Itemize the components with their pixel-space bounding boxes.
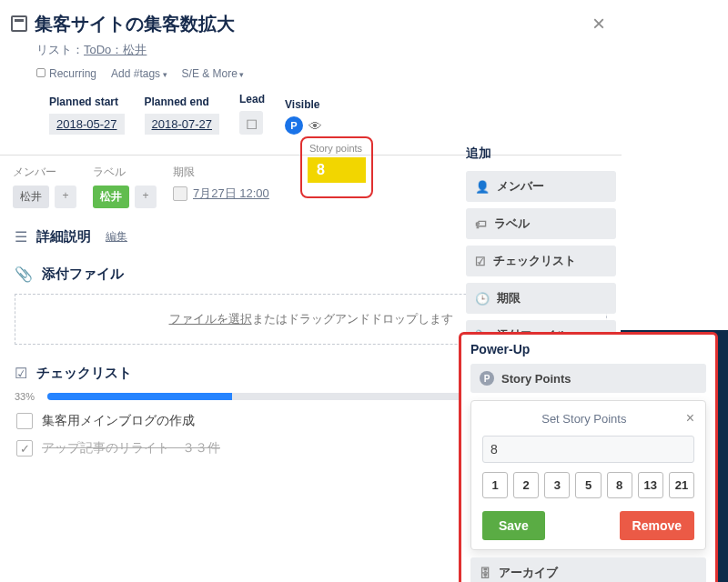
attachment-title: 添付ファイル [42,266,124,283]
card-icon [11,15,27,32]
se-more[interactable]: S/E & More [182,67,245,80]
planned-end-label: Planned end [145,95,220,108]
archive-icon: 🗄 [480,567,491,580]
sidebar: 追加 👤メンバー 🏷ラベル ☑チェックリスト 🕒期限 📎添付ファイル [466,146,616,357]
add-tags[interactable]: Add #tags [111,67,167,80]
sidebar-checklist[interactable]: ☑チェックリスト [466,246,616,276]
label-label: ラベル [93,165,157,180]
storypoints-popup: Set Story Points× 1 2 3 5 8 13 21 Save R… [470,400,706,550]
popup-close-icon[interactable]: × [686,410,694,426]
sidebar-member[interactable]: 👤メンバー [466,171,616,202]
due-label: 期限 [173,165,269,180]
checklist-title: チェックリスト [36,365,132,382]
save-button[interactable]: Save [482,511,545,540]
close-icon[interactable]: × [592,11,605,36]
label-chip[interactable]: 松井 [93,186,129,208]
edit-description[interactable]: 編集 [106,229,127,245]
check-icon: ☑ [475,255,486,268]
description-icon: ☰ [15,228,27,246]
recurring-toggle[interactable]: Recurring [36,67,96,80]
due-date[interactable]: 7月27日 12:00 [193,186,269,202]
description-title: 詳細説明 [36,228,91,246]
fib-option[interactable]: 13 [638,472,663,498]
checkbox[interactable]: ✓ [16,440,33,457]
list-link[interactable]: ToDo：松井 [84,43,147,56]
sp-label: Story points [309,143,371,154]
lead-picker[interactable]: ◻ [239,111,263,135]
add-member[interactable]: + [55,186,76,208]
fib-option[interactable]: 3 [544,472,570,498]
card-title: 集客サイトの集客数拡大 [35,12,235,36]
attachment-icon: 📎 [15,266,33,283]
visible-label: Visible [285,98,322,111]
member-chip[interactable]: 松井 [13,186,49,208]
powerup-highlight: Power-Up PStory Points Set Story Points×… [459,332,718,582]
eye-icon[interactable]: 👁 [308,118,322,134]
planned-start[interactable]: 2018-05-27 [49,114,125,135]
fib-option[interactable]: 1 [482,472,508,498]
planned-start-label: Planned start [49,95,125,108]
progress-pct: 33% [15,391,40,402]
visible-badge[interactable]: P [285,116,303,135]
storypoints-input[interactable] [482,436,694,463]
add-label[interactable]: + [135,186,157,208]
powerup-heading: Power-Up [470,342,706,356]
popup-title: Set Story Points [482,412,686,426]
sidebar-add-heading: 追加 [466,146,616,162]
planned-end[interactable]: 2018-07-27 [145,114,220,135]
story-points-highlight: Story points 8 [300,136,373,198]
tag-icon: 🏷 [475,217,487,231]
fib-option[interactable]: 8 [607,472,632,498]
fib-option[interactable]: 2 [513,472,539,498]
checkbox[interactable] [16,413,33,429]
sidebar-due[interactable]: 🕒期限 [466,283,616,314]
fib-option[interactable]: 5 [575,472,601,498]
fib-option[interactable]: 21 [669,472,694,498]
member-label: メンバー [13,165,76,180]
due-checkbox[interactable] [173,186,187,201]
sidebar-archive[interactable]: 🗄アーカイブ [470,557,706,582]
remove-button[interactable]: Remove [620,511,694,540]
checklist-icon: ☑ [15,365,27,382]
list-breadcrumb: リスト：ToDo：松井 [36,42,605,58]
powerup-storypoints[interactable]: PStory Points [470,364,706,393]
p-icon: P [480,371,494,386]
person-icon: 👤 [475,180,490,194]
sidebar-label[interactable]: 🏷ラベル [466,208,616,239]
clock-icon: 🕒 [475,292,490,306]
fib-row: 1 2 3 5 8 13 21 [482,472,694,498]
lead-label: Lead [239,93,265,105]
sp-badge[interactable]: 8 [308,157,366,183]
